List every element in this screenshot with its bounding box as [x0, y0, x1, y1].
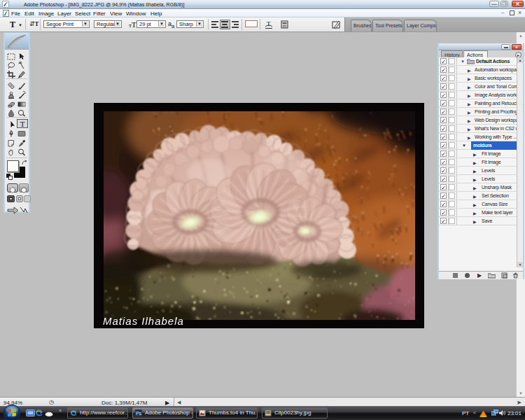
- svg-text:T: T: [20, 120, 25, 128]
- svg-text:Ps: Ps: [136, 411, 142, 416]
- svg-text:T: T: [267, 20, 271, 27]
